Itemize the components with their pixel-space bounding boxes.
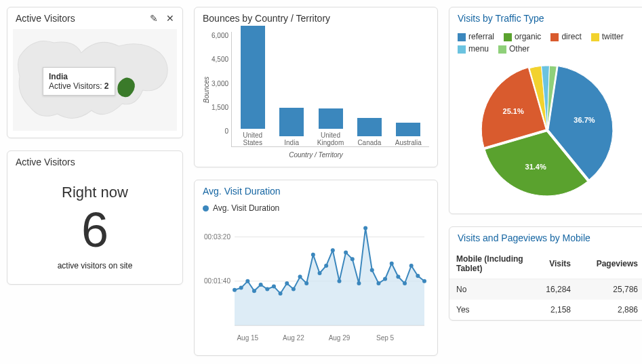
svg-point-17	[311, 253, 315, 257]
edit-icon[interactable]: ✎	[150, 13, 158, 24]
bar[interactable]	[279, 108, 304, 137]
tooltip-label: Active Visitors:	[49, 81, 102, 91]
svg-point-15	[298, 275, 302, 279]
card-title[interactable]: Visits and Pageviews by Mobile	[458, 232, 590, 243]
svg-text:Aug 15: Aug 15	[237, 334, 258, 342]
svg-text:Aug 29: Aug 29	[329, 334, 350, 342]
world-map[interactable]: India Active Visitors: 2	[13, 29, 177, 131]
svg-point-26	[370, 268, 374, 272]
svg-text:36.7%: 36.7%	[574, 116, 595, 124]
bounces-chart: Bounces 6,0004,5003,0001,5000 United Sta…	[195, 29, 437, 167]
x-axis-label: Country / Territory	[203, 151, 429, 159]
svg-point-28	[383, 277, 387, 281]
legend-item[interactable]: Other	[498, 44, 529, 54]
svg-point-25	[363, 226, 367, 230]
svg-point-14	[292, 287, 296, 291]
y-axis-label: Bounces	[203, 77, 210, 103]
col-mobile: Mobile (Including Tablet)	[449, 249, 531, 279]
cell: 25,786	[578, 279, 642, 300]
legend-swatch-icon	[458, 45, 466, 54]
svg-point-23	[350, 257, 355, 261]
svg-point-11	[272, 285, 276, 289]
svg-point-33	[416, 274, 420, 278]
legend-item[interactable]: direct	[550, 32, 581, 41]
pie-chart: 36.7%31.4%25.1%	[449, 59, 642, 214]
svg-text:25.1%: 25.1%	[503, 107, 524, 115]
bar[interactable]	[319, 108, 343, 129]
tooltip-value: 2	[104, 81, 109, 91]
svg-point-8	[252, 289, 256, 293]
map-tooltip: India Active Visitors: 2	[43, 67, 115, 96]
table-row: No 16,284 25,786	[449, 279, 642, 300]
legend-swatch-icon	[550, 33, 559, 41]
legend-item[interactable]: organic	[504, 32, 541, 41]
svg-point-12	[279, 291, 283, 296]
svg-text:31.4%: 31.4%	[525, 163, 546, 171]
svg-point-6	[239, 286, 243, 290]
col-pageviews: Pageviews	[578, 249, 642, 279]
tooltip-country: India	[49, 72, 68, 81]
legend-item[interactable]: twitter	[591, 32, 624, 41]
active-visitors-now-card: Active Visitors Right now 6 active visit…	[7, 150, 183, 285]
svg-point-13	[285, 281, 289, 285]
bar-label: Australia	[395, 139, 422, 146]
card-title: Bounces by Country / Territory	[203, 13, 330, 24]
cell: Yes	[449, 300, 531, 320]
active-visitors-map-card: Active Visitors ✎ ✕ India Active Visitor…	[7, 7, 183, 138]
svg-point-9	[259, 283, 263, 287]
bar-label: Canada	[357, 139, 381, 146]
legend-swatch-icon	[458, 33, 466, 41]
svg-text:Sep 5: Sep 5	[376, 334, 395, 342]
cell: 16,284	[531, 279, 578, 300]
card-title: Active Visitors	[16, 13, 75, 24]
right-now-sub: active visitors on site	[14, 261, 176, 270]
duration-legend: Avg. Visit Duration	[195, 202, 437, 217]
legend-swatch-icon	[591, 33, 599, 41]
traffic-card: Visits by Traffic Type referralorganicdi…	[449, 7, 642, 214]
pie-legend: referralorganicdirecttwittermenuOther	[449, 29, 642, 59]
duration-chart: 00:01:4000:03:20Aug 15Aug 22Aug 29Sep 5	[195, 217, 437, 355]
legend-swatch-icon	[504, 33, 512, 41]
card-title: Active Visitors	[16, 157, 75, 167]
right-now-value: 6	[14, 205, 176, 254]
svg-point-7	[245, 279, 249, 283]
svg-point-31	[403, 281, 407, 285]
legend-dot-icon	[203, 205, 209, 211]
table-row: Yes 2,158 2,886	[449, 300, 642, 320]
svg-point-24	[357, 281, 361, 285]
legend-swatch-icon	[498, 45, 506, 54]
svg-point-10	[265, 287, 269, 291]
svg-point-16	[304, 281, 308, 285]
bar[interactable]	[241, 26, 265, 129]
svg-text:Aug 22: Aug 22	[283, 334, 304, 342]
cell: 2,158	[531, 300, 578, 320]
bounces-card: Bounces by Country / Territory Bounces 6…	[194, 7, 438, 167]
svg-point-29	[390, 262, 394, 266]
right-now-heading: Right now	[14, 184, 176, 201]
duration-card: Avg. Visit Duration Avg. Visit Duration …	[194, 180, 438, 356]
svg-point-18	[318, 271, 322, 275]
bar[interactable]	[396, 123, 420, 136]
card-title[interactable]: Visits by Traffic Type	[458, 13, 544, 24]
svg-text:00:03:20: 00:03:20	[204, 233, 230, 241]
svg-point-5	[233, 288, 237, 292]
svg-text:00:01:40: 00:01:40	[204, 277, 230, 285]
col-visits: Visits	[531, 249, 578, 279]
bar[interactable]	[357, 118, 382, 137]
cell: 2,886	[578, 300, 642, 320]
svg-point-21	[337, 279, 341, 283]
bar-label: India	[284, 139, 299, 146]
svg-point-34	[422, 279, 426, 283]
legend-label: Avg. Visit Duration	[213, 203, 279, 213]
cell: No	[449, 279, 531, 300]
legend-item[interactable]: referral	[458, 32, 494, 41]
mobile-table: Mobile (Including Tablet) Visits Pagevie…	[449, 249, 642, 320]
svg-point-32	[409, 264, 414, 268]
svg-point-27	[376, 281, 380, 285]
svg-point-22	[344, 250, 348, 254]
svg-point-19	[324, 264, 328, 268]
legend-item[interactable]: menu	[458, 44, 489, 54]
close-icon[interactable]: ✕	[166, 13, 174, 24]
card-title[interactable]: Avg. Visit Duration	[203, 186, 281, 197]
bar-label: United Kingdom	[314, 132, 347, 146]
